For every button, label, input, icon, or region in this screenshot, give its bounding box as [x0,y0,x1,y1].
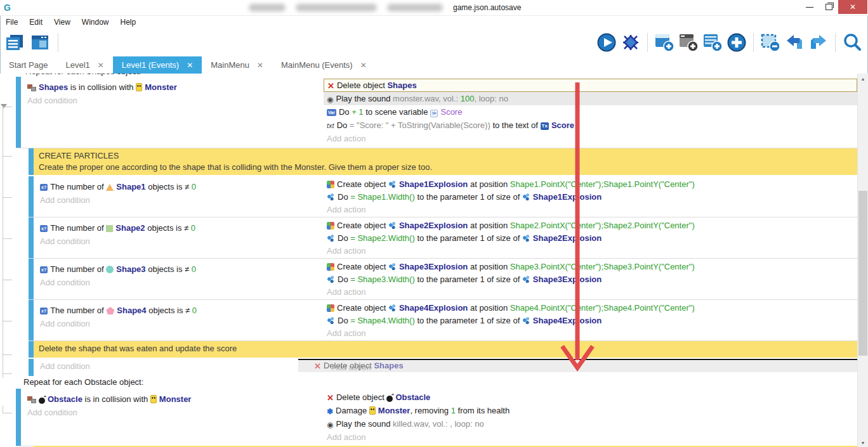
action-row[interactable]: ✕Delete object Shapes [324,79,857,92]
conditions-column: Obstacle is in collision with MonsterAdd… [21,389,324,446]
action-row[interactable]: txtDo = "Score: " + ToString(Variable(Sc… [324,119,857,132]
action-row[interactable]: ◉Play the sound monster.wav, vol.: 100, … [324,92,857,105]
add-action-link[interactable]: Add action [324,431,857,444]
text-segment: Score [440,107,462,117]
preview-play-icon[interactable] [596,32,617,53]
add-condition-link[interactable]: Add condition [37,193,324,207]
add-condition-link[interactable]: Add condition [24,406,324,419]
event-body[interactable]: x?The number of Shape2 objects is ≠ 0Add… [29,217,857,259]
text-segment: , loop: no [475,94,509,103]
vertical-scrollbar[interactable]: ▲ ▼ [857,74,868,447]
close-tab-icon[interactable]: ✕ [257,61,263,70]
menu-help[interactable]: Help [115,18,142,27]
add-condition-link[interactable]: Add condition [37,317,324,330]
action-row[interactable]: VarDo + 1 to scene variable ≫Score [324,105,857,119]
text-segment: Shapes [387,81,416,90]
condition-row[interactable]: x?The number of Shape4 objects is ≠ 0 [37,304,324,317]
drop-indicator-line [298,359,857,360]
search-icon[interactable] [841,32,863,53]
delete-selection-icon[interactable] [760,32,781,53]
add-action-link[interactable]: Add action [324,204,857,216]
close-tab-icon[interactable]: ✕ [360,61,367,70]
action-row[interactable]: Create object Shape4Explosion at positio… [324,302,857,314]
text-segment: to the text of [490,120,541,130]
condition-row[interactable]: Shapes is in collision with Monster [24,81,324,94]
text-segment: Do [338,192,350,202]
tab-level1[interactable]: Level1✕ [56,56,112,74]
restore-button[interactable] [819,0,838,14]
menu-view[interactable]: View [48,18,76,27]
actions-column: Create object Shape1Explosion at positio… [324,176,857,217]
toolbar-separator [835,33,836,52]
action-row[interactable]: ✕Delete object Obstacle [324,391,857,404]
condition-row[interactable]: Obstacle is in collision with Monster [24,392,324,406]
action-row[interactable]: Create object Shape1Explosion at positio… [324,178,857,191]
conditions-column: Shapes is in collision with MonsterAdd c… [21,77,324,148]
action-row[interactable]: ◉Play the sound killed.wav, vol.: , loop… [324,417,857,431]
close-button[interactable]: ✕ [838,0,867,14]
dragged-action-ghost: ✕Delete object Shapes [314,361,404,371]
add-event-icon[interactable] [654,32,675,53]
undo-icon[interactable] [784,32,805,53]
action-row[interactable]: ✽Damage Monster, removing 1 from its hea… [324,404,857,417]
add-action-link[interactable]: Add action [324,245,857,257]
action-row[interactable]: Do = Shape4.Width() to the parameter 1 o… [324,314,857,327]
redo-icon[interactable] [808,32,829,53]
comment-block[interactable]: Delete the shape that was eaten and upda… [29,341,857,358]
tab-level1-events[interactable]: Level1 (Events)✕ [113,56,202,74]
project-manager-icon[interactable] [4,32,25,53]
particle-icon [522,193,530,201]
event-block: Shapes is in collision with MonsterAdd c… [0,77,868,148]
text-segment: is in collision with [68,82,136,92]
scrollbar-thumb[interactable] [858,191,867,356]
text-segment: The number of [50,223,106,233]
scroll-down-icon[interactable]: ▼ [858,437,868,447]
action-row[interactable]: Do = Shape3.Width() to the parameter 1 o… [324,273,857,286]
close-tab-icon[interactable]: ✕ [98,61,104,70]
event-body[interactable]: x?The number of Shape1 objects is ≠ 0Add… [29,176,857,217]
condition-row[interactable]: x?The number of Shape3 objects is ≠ 0 [37,262,324,276]
scroll-up-icon[interactable]: ▲ [858,74,868,84]
add-action-link[interactable]: Add action [324,286,857,299]
particle-icon [388,181,397,188]
close-tab-icon[interactable]: ✕ [187,61,193,70]
event-body[interactable]: Shapes is in collision with MonsterAdd c… [16,77,857,148]
text-segment: Shape3.PointX("Center");Shape3.PointY("C… [510,262,695,271]
add-action-link[interactable]: Add action [324,132,857,145]
event-body[interactable]: x?The number of Shape3 objects is ≠ 0Add… [29,259,857,300]
debug-bug-icon[interactable] [620,32,641,53]
add-condition-link[interactable]: Add condition [37,276,324,289]
add-more-icon[interactable] [726,32,747,53]
particle-icon [388,304,397,312]
add-condition-link[interactable]: Add condition [37,235,324,248]
condition-row[interactable]: x?The number of Shape1 objects is ≠ 0 [37,180,324,193]
menu-window[interactable]: Window [76,18,115,27]
toolbar-separator [753,33,754,52]
minimize-button[interactable]: — [800,0,819,14]
text-segment: at position [468,262,510,271]
tab-mainmenu-events[interactable]: MainMenu (Events)✕ [272,56,376,74]
add-condition-link[interactable]: Add condition [24,94,324,107]
action-row[interactable]: Do = Shape1.Width() to the parameter 1 o… [324,191,857,204]
menu-file[interactable]: File [0,18,23,27]
action-row[interactable]: Create object Shape2Explosion at positio… [324,219,857,232]
event-body[interactable]: Obstacle is in collision with MonsterAdd… [16,389,857,446]
event-body[interactable]: x?The number of Shape4 objects is ≠ 0Add… [29,300,857,341]
drag-drop-row[interactable]: Add conditionAdd action✕Delete object Sh… [29,359,857,376]
action-row[interactable]: Create object Shape3Explosion at positio… [324,261,857,273]
add-condition-link[interactable]: Add condition [40,361,90,371]
repeat-event-header[interactable]: Repeat for each Obstacle object: [16,376,868,389]
comment-block[interactable]: CREATE PARTICLESCreate the proper one ac… [29,148,857,175]
text-segment: objects is ≠ [145,223,191,233]
action-row[interactable]: Do = Shape2.Width() to the parameter 1 o… [324,232,857,245]
text-segment: to the parameter 1 of size of [415,192,522,202]
toolbar [0,29,868,56]
tab-mainmenu[interactable]: MainMenu✕ [202,56,272,74]
tab-start-page[interactable]: Start Page [0,56,56,74]
condition-row[interactable]: x?The number of Shape2 objects is ≠ 0 [37,221,324,235]
add-comment-icon[interactable] [702,32,723,53]
add-action-link[interactable]: Add action [324,327,857,340]
add-subevent-icon[interactable] [678,32,699,53]
menu-edit[interactable]: Edit [23,18,48,27]
scene-editor-window-icon[interactable] [29,32,51,53]
